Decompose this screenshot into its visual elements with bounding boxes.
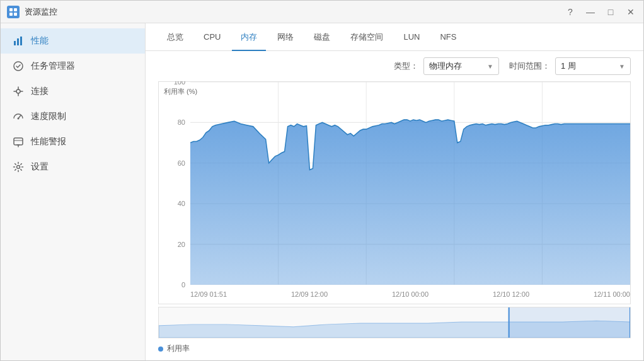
y-tick-0: 0 [181,281,185,289]
svg-rect-5 [17,38,19,45]
y-tick-60: 60 [178,159,185,167]
sidebar-item-settings[interactable]: 设置 [1,154,145,180]
type-label: 类型： [394,60,418,72]
y-tick-80: 80 [178,118,185,126]
type-select[interactable]: 物理内存 ▼ [423,57,499,75]
chart-svg [190,82,630,285]
chart-inner: 利用率 (%) 100 80 60 40 20 0 [159,82,630,304]
svg-rect-2 [9,13,13,16]
sidebar-item-task-manager[interactable]: 任务管理器 [1,54,145,79]
speed-icon [12,110,25,123]
sidebar-label-connection: 连接 [31,86,49,97]
chart-plot [190,82,630,285]
tab-overview[interactable]: 总览 [158,23,192,51]
titlebar: 资源监控 ? — □ ✕ [1,1,643,23]
type-control: 类型： 物理内存 ▼ [394,57,499,75]
time-label: 时间范围： [509,60,550,72]
svg-marker-26 [190,120,630,285]
alert-icon [12,135,25,148]
y-tick-100: 100 [174,81,185,86]
sidebar-label-speed-limit: 速度限制 [31,111,66,122]
legend-dot [158,347,163,352]
settings-icon [12,161,25,173]
window-title: 资源监控 [25,6,57,18]
sidebar-label-task-manager: 任务管理器 [31,60,75,72]
main-chart: 利用率 (%) 100 80 60 40 20 0 [158,81,631,304]
tab-bar: 总览 CPU 内存 网络 磁盘 存储空间 LUN [146,23,643,51]
sidebar-item-connection[interactable]: 连接 [1,79,145,104]
sidebar: 性能 任务管理器 连 [1,23,146,360]
x-tick-1: 12/09 12:00 [291,290,328,298]
svg-point-15 [17,166,20,169]
help-button[interactable]: ? [564,6,577,18]
chart-legend: 利用率 [158,343,631,354]
window-controls: ? — □ ✕ [564,6,637,18]
svg-rect-3 [14,13,17,16]
content-area: 性能 任务管理器 连 [1,23,643,360]
x-tick-0: 12/09 01:51 [190,290,227,298]
tab-nfs[interactable]: NFS [431,23,465,51]
svg-rect-11 [14,138,23,145]
tab-memory[interactable]: 内存 [232,23,266,51]
main-window: 资源监控 ? — □ ✕ 性能 [0,0,644,361]
y-tick-20: 20 [178,241,185,248]
chevron-down-icon: ▼ [487,63,493,70]
time-select[interactable]: 1 周 ▼ [555,57,631,75]
y-tick-40: 40 [178,200,185,207]
x-tick-4: 12/11 00:00 [594,290,630,298]
chart-icon [12,35,25,47]
svg-rect-4 [14,41,16,45]
svg-point-8 [16,89,20,93]
titlebar-left: 资源监控 [7,6,57,18]
x-tick-3: 12/10 12:00 [493,290,529,298]
sidebar-item-speed-limit[interactable]: 速度限制 [1,104,145,129]
svg-rect-30 [509,307,630,338]
minimap[interactable] [158,307,631,338]
tab-disk[interactable]: 磁盘 [305,23,339,51]
sidebar-item-performance[interactable]: 性能 [1,28,145,54]
svg-rect-1 [14,8,17,11]
sidebar-label-performance: 性能 [31,35,49,47]
sidebar-label-settings: 设置 [31,161,49,173]
chart-area: 利用率 (%) 100 80 60 40 20 0 [146,81,643,360]
x-tick-2: 12/10 00:00 [392,290,428,298]
sidebar-item-performance-alert[interactable]: 性能警报 [1,129,145,154]
svg-point-10 [18,118,20,120]
tab-storage-space[interactable]: 存储空间 [342,23,392,51]
plug-icon [12,85,25,98]
y-axis: 100 80 60 40 20 0 [159,82,190,285]
svg-rect-0 [9,8,13,11]
tab-network[interactable]: 网络 [268,23,302,51]
maximize-button[interactable]: □ [604,6,617,18]
time-control: 时间范围： 1 周 ▼ [509,57,631,75]
app-icon [7,6,20,18]
controls-bar: 类型： 物理内存 ▼ 时间范围： 1 周 ▼ [146,51,643,81]
tab-cpu[interactable]: CPU [195,23,229,51]
legend-label: 利用率 [167,343,190,354]
sidebar-label-performance-alert: 性能警报 [31,136,66,147]
x-axis: 12/09 01:51 12/09 12:00 12/10 00:00 12/1… [190,285,630,304]
tab-lun[interactable]: LUN [394,23,428,51]
minimap-svg [159,307,630,338]
minimize-button[interactable]: — [584,6,597,18]
tasks-icon [12,60,25,72]
chevron-down-icon-2: ▼ [619,63,625,70]
close-button[interactable]: ✕ [624,6,637,18]
svg-rect-6 [20,37,22,45]
main-content: 总览 CPU 内存 网络 磁盘 存储空间 LUN [146,23,643,360]
